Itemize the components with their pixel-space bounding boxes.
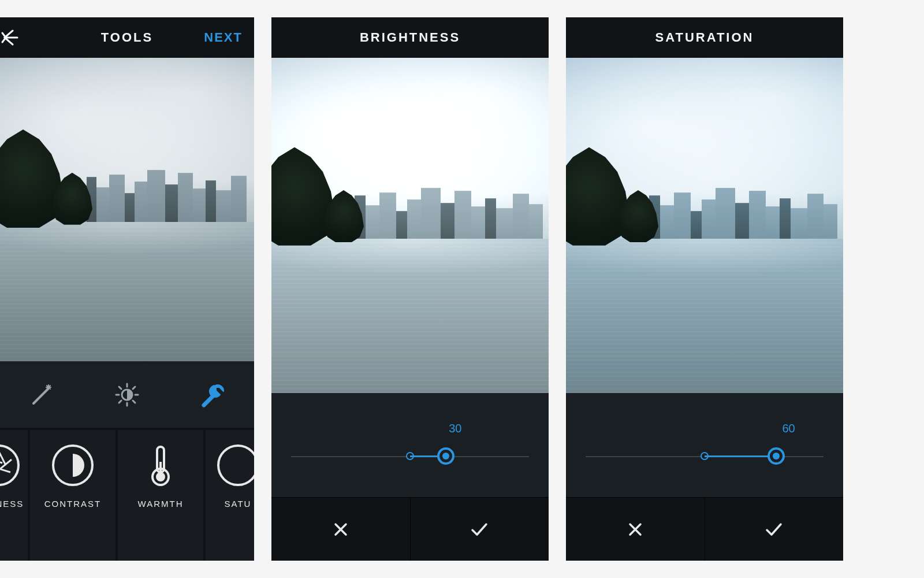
- tile-brightness[interactable]: GHTNESS: [0, 430, 28, 561]
- saturation-slider[interactable]: [586, 456, 824, 457]
- photo-preview: [271, 58, 549, 393]
- confirm-row: [271, 497, 549, 561]
- tile-label: CONTRAST: [44, 499, 102, 509]
- contrast-icon: [52, 444, 94, 486]
- screen-brightness: BRIGHTNESS 30: [271, 17, 549, 561]
- check-icon: [470, 521, 489, 538]
- header-title: SATURATION: [655, 30, 754, 45]
- photo-preview: [0, 58, 254, 361]
- next-button[interactable]: NEXT: [204, 17, 243, 58]
- tile-label: WARMTH: [138, 499, 184, 509]
- header: BRIGHTNESS: [271, 17, 549, 58]
- back-arrow-icon: [0, 26, 23, 49]
- saturation-icon: [217, 444, 254, 486]
- tab-magic-wand[interactable]: [22, 375, 62, 415]
- wrench-icon: [198, 381, 226, 409]
- slider-fill: [705, 455, 776, 457]
- confirm-row: [566, 497, 843, 561]
- brightness-slider[interactable]: [291, 456, 530, 457]
- magic-wand-icon: [29, 381, 55, 408]
- back-button[interactable]: [0, 17, 29, 58]
- slider-area: 30: [271, 393, 549, 497]
- close-icon: [332, 521, 349, 538]
- lux-icon: [113, 380, 141, 409]
- confirm-button[interactable]: [705, 498, 844, 561]
- slider-handle[interactable]: [767, 447, 785, 465]
- slider-value-label: 60: [782, 422, 795, 435]
- tile-contrast[interactable]: CONTRAST: [30, 430, 116, 561]
- tile-label: SATU: [225, 499, 252, 509]
- screen-tools: TOOLS NEXT: [0, 17, 254, 561]
- header-title: TOOLS: [101, 30, 153, 45]
- header: TOOLS NEXT: [0, 17, 254, 58]
- check-icon: [764, 521, 784, 538]
- confirm-button[interactable]: [411, 498, 549, 561]
- tile-saturation[interactable]: SATU: [206, 430, 254, 561]
- slider-value-label: 30: [449, 422, 461, 435]
- cancel-button[interactable]: [566, 498, 705, 561]
- thermometer-icon: [140, 444, 181, 486]
- photo-preview: [566, 58, 843, 393]
- tile-warmth[interactable]: WARMTH: [118, 430, 203, 561]
- tab-lux[interactable]: [107, 375, 147, 415]
- tab-tools-wrench[interactable]: [192, 375, 232, 415]
- tool-tiles-row[interactable]: GHTNESS CONTRAST WARMTH: [0, 428, 254, 561]
- svg-point-1: [0, 451, 13, 479]
- aperture-icon: [0, 444, 20, 486]
- svg-rect-5: [159, 462, 162, 475]
- screen-saturation: SATURATION 60: [566, 17, 843, 561]
- slider-area: 60: [566, 393, 843, 497]
- cancel-button[interactable]: [271, 498, 411, 561]
- editor-mode-tabs: [0, 361, 254, 428]
- tile-label: GHTNESS: [0, 499, 24, 509]
- header-title: BRIGHTNESS: [360, 30, 460, 45]
- close-icon: [627, 521, 644, 538]
- slider-handle[interactable]: [437, 447, 454, 465]
- header: SATURATION: [566, 17, 843, 58]
